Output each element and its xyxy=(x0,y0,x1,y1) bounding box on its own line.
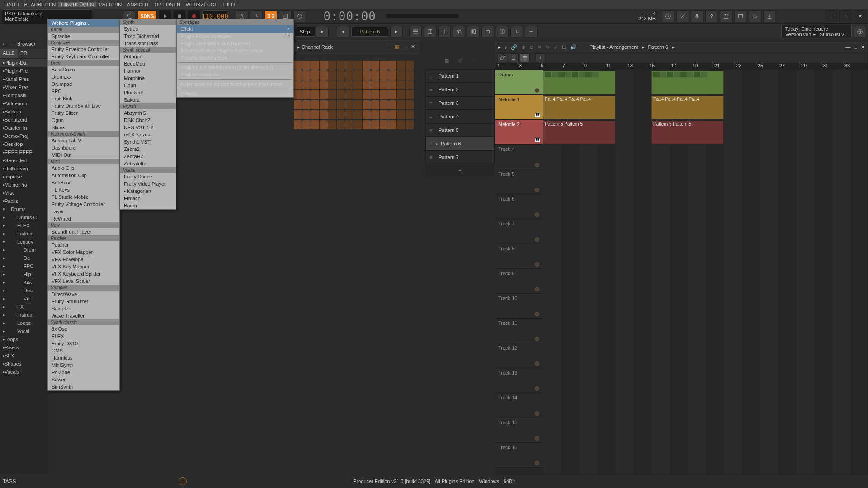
view-browser-button[interactable] xyxy=(467,26,480,38)
back-icon[interactable]: ← xyxy=(2,41,7,47)
step-cell[interactable] xyxy=(328,100,336,109)
menu-item[interactable]: Plugin-Liste aktualisieren (schneller Sc… xyxy=(177,64,293,71)
menu-item[interactable]: Sakura xyxy=(120,96,176,103)
pattern-item[interactable]: ≡▸Pattern 6 xyxy=(425,137,495,150)
menu-item[interactable]: Analog Lab V xyxy=(48,137,119,144)
loop-rec-button[interactable] xyxy=(293,10,306,22)
menu-item[interactable]: Slicex xyxy=(48,124,119,131)
browser-tab-all[interactable]: ALLE xyxy=(0,49,18,58)
cr-btn1[interactable]: ☰ xyxy=(387,44,393,50)
menu-item[interactable]: Weitere Plugins... xyxy=(48,19,119,27)
step-cell[interactable] xyxy=(397,70,405,80)
step-cell[interactable] xyxy=(354,120,362,129)
menu-item[interactable]: Fruity Video Player xyxy=(120,180,176,188)
tree-item[interactable]: FPC xyxy=(0,262,47,270)
menu-item[interactable]: VFX Color Mapper xyxy=(48,249,119,256)
menu-item[interactable]: DSK ChoirZ xyxy=(120,117,176,124)
step-cell[interactable] xyxy=(345,70,354,80)
menu-item[interactable]: Wave Traveller xyxy=(48,312,119,319)
pl-tool-paint[interactable] xyxy=(509,53,519,62)
menu-item[interactable]: Drumpad xyxy=(48,80,119,88)
tree-item[interactable]: FX xyxy=(0,303,47,311)
tree-item[interactable]: Mixer-Pres xyxy=(0,83,47,91)
step-cell[interactable] xyxy=(388,120,396,129)
menu-item[interactable]: VFX Envelope xyxy=(48,256,119,263)
tree-item[interactable]: Plugin-Pre xyxy=(0,67,47,75)
step-cell[interactable] xyxy=(380,110,388,119)
step-cell[interactable] xyxy=(302,100,311,109)
song-position-bar[interactable] xyxy=(386,14,458,18)
menu-item[interactable]: FPC xyxy=(48,88,119,95)
tree-item[interactable]: Hüllkurven xyxy=(0,164,47,173)
menu-item[interactable]: FL Keys xyxy=(48,186,119,193)
step-cell[interactable] xyxy=(388,70,396,80)
tree-item[interactable]: Loops xyxy=(0,335,47,343)
menu-item[interactable]: Fruity Dance xyxy=(120,173,176,180)
menu-item[interactable]: Fruity DrumSynth Live xyxy=(48,102,119,109)
menu-item[interactable]: Plucked! xyxy=(120,89,176,96)
menu-item[interactable]: Fruity Envelope Controller xyxy=(48,46,119,53)
step-cell[interactable] xyxy=(294,80,302,89)
step-cell[interactable] xyxy=(380,80,388,89)
step-cell[interactable] xyxy=(337,100,345,109)
menu-item[interactable]: Sprache xyxy=(48,33,119,40)
pl-minimize[interactable]: — xyxy=(845,44,850,50)
maximize-button[interactable]: □ xyxy=(839,10,852,22)
step-cell[interactable] xyxy=(388,61,396,70)
playlist-clip[interactable]: Pa..4 Pa..4 Pa..4 Pa..4 xyxy=(543,96,615,119)
track-mute-dot[interactable] xyxy=(535,312,539,316)
menu-item[interactable]: Absynth 5 xyxy=(120,109,176,117)
tree-item[interactable]: Drum xyxy=(0,246,47,254)
forward-icon[interactable]: → xyxy=(9,41,14,47)
pattern-item[interactable]: ≡Pattern 7 xyxy=(425,150,495,164)
step-cell[interactable] xyxy=(302,110,311,119)
step-cell[interactable] xyxy=(302,70,311,80)
download-button[interactable] xyxy=(763,10,776,22)
track-mute-dot[interactable] xyxy=(535,188,539,192)
tree-item[interactable]: Vocal xyxy=(0,327,47,335)
step-cell[interactable] xyxy=(363,100,371,109)
menu-item[interactable]: Drumaxx xyxy=(48,73,119,80)
track-header[interactable]: Track 8 xyxy=(495,244,543,269)
step-cell[interactable] xyxy=(388,110,396,119)
step-cell[interactable] xyxy=(380,90,388,99)
step-cell[interactable] xyxy=(363,120,371,129)
pl-close[interactable]: ✕ xyxy=(861,44,865,50)
step-cell[interactable] xyxy=(345,90,354,99)
track-mute-dot[interactable] xyxy=(535,461,539,465)
menu-item[interactable]: Fruity Voltage Controller xyxy=(48,201,119,208)
step-cell[interactable] xyxy=(320,90,328,99)
menu-item[interactable]: • Kategorien xyxy=(120,188,176,195)
track-mute-dot[interactable] xyxy=(535,237,539,242)
step-cell[interactable] xyxy=(320,110,328,119)
step-cell[interactable] xyxy=(388,100,396,109)
globe-icon[interactable] xyxy=(854,26,866,38)
menu-item[interactable]: MIDI Out xyxy=(48,151,119,159)
tree-item[interactable]: Benutzerd xyxy=(0,116,47,124)
step-cell[interactable] xyxy=(397,120,405,129)
step-cell[interactable] xyxy=(302,90,311,99)
menu-item[interactable]: reFX Nexus xyxy=(120,131,176,138)
track-mute-dot[interactable] xyxy=(535,337,539,341)
menu-item[interactable]: Alle installierten Plugins durchsuchen xyxy=(177,47,293,54)
tree-item[interactable]: Dateien in xyxy=(0,124,47,132)
step-cell[interactable] xyxy=(397,110,405,119)
menu-item[interactable]: Einfach xyxy=(120,195,176,202)
render-button[interactable] xyxy=(734,10,747,22)
menu-item[interactable]: PoiZone xyxy=(48,369,119,376)
step-cell[interactable] xyxy=(328,110,336,119)
menu-pattern[interactable]: PATTERN xyxy=(96,2,124,7)
pattern-item[interactable]: ≡Pattern 3 xyxy=(425,96,495,110)
time-display[interactable]: 0:00:00 xyxy=(319,9,381,23)
menu-hinzufügen[interactable]: HINZUFÜGEN xyxy=(58,2,96,7)
menu-item[interactable]: FLEX xyxy=(48,333,119,340)
tree-item[interactable]: Vocals xyxy=(0,368,47,376)
search-icon[interactable] xyxy=(179,477,187,485)
step-cell[interactable] xyxy=(406,70,414,80)
step-cell[interactable] xyxy=(311,90,319,99)
menu-item[interactable]: Synth1 VSTi xyxy=(120,138,176,145)
menu-item[interactable]: Sampler xyxy=(48,305,119,312)
step-cell[interactable] xyxy=(337,110,345,119)
playlist-grid[interactable]: Pa..4 Pa..4 Pa..4 Pa..4Pa..4 Pa..4 Pa..4… xyxy=(543,70,868,474)
view-mixer-button[interactable] xyxy=(453,26,465,38)
